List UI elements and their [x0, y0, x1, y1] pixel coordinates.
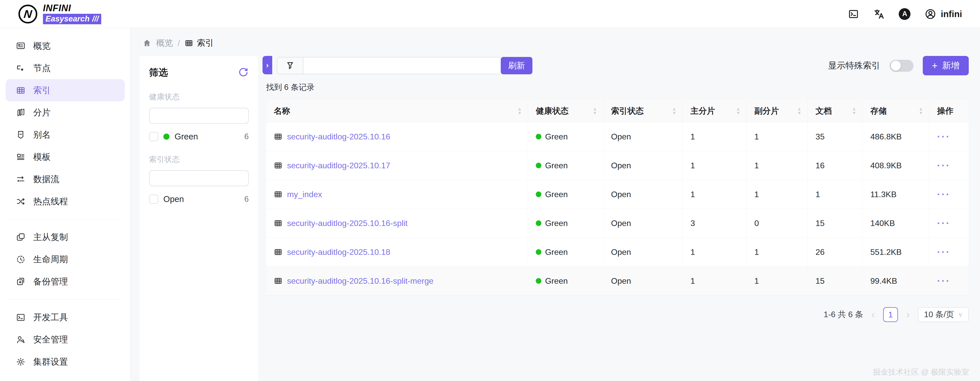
index-name-link[interactable]: security-auditlog-2025.10.18 [287, 248, 390, 257]
col-label: 索引状态 [611, 105, 644, 117]
replica-value: 1 [754, 276, 759, 286]
theme-toggle-icon[interactable]: A [899, 8, 910, 20]
col-replica-shards[interactable]: 副分片▲▼ [747, 100, 808, 122]
sidebar-item-hot-threads[interactable]: 热点线程 [6, 190, 125, 213]
health-dot [536, 278, 541, 284]
user-menu[interactable]: infini [924, 8, 962, 20]
devtools-terminal-icon [16, 313, 25, 322]
index-name-link[interactable]: my_index [287, 190, 322, 199]
sort-icons[interactable]: ▲▼ [919, 107, 923, 115]
sidebar-label: 生命周期 [33, 254, 68, 265]
health-dot [536, 221, 541, 226]
state-value: Open [611, 132, 631, 141]
page-number[interactable]: 1 [883, 307, 898, 322]
index-name-link[interactable]: security-auditlog-2025.10.16-split-merge [287, 276, 434, 286]
show-special-toggle[interactable] [889, 60, 913, 72]
home-icon[interactable] [142, 38, 151, 48]
sidebar-label: 索引 [33, 84, 51, 96]
sidebar-item-security[interactable]: 安全管理 [6, 329, 125, 351]
refresh-button[interactable]: 刷新 [501, 57, 533, 74]
sidebar-item-backup[interactable]: 备份管理 [6, 270, 125, 293]
chevron-down-icon: ∨ [958, 311, 963, 318]
plus-icon: + [932, 61, 937, 70]
terminal-icon[interactable] [848, 8, 859, 20]
sidebar: 概览 节点 索引 分片 [0, 28, 130, 381]
sort-icons[interactable]: ▲▼ [518, 107, 522, 115]
col-operations: 操作 [929, 100, 969, 122]
col-state[interactable]: 索引状态▲▼ [603, 100, 683, 122]
sidebar-item-alias[interactable]: 别名 [6, 124, 125, 146]
index-grid-icon [274, 276, 282, 285]
toggle-knob [891, 61, 901, 71]
health-value: Green [545, 248, 568, 257]
sort-icons[interactable]: ▲▼ [797, 107, 802, 115]
settings-gear-icon [16, 357, 25, 367]
sidebar-item-nodes[interactable]: 节点 [6, 57, 125, 79]
breadcrumb-root[interactable]: 概览 [156, 37, 173, 49]
next-page-icon[interactable]: › [905, 309, 911, 320]
prev-page-icon[interactable]: ‹ [870, 309, 876, 320]
sort-icons[interactable]: ▲▼ [593, 107, 597, 115]
filter-refresh-icon[interactable] [238, 67, 249, 78]
health-filter-input[interactable] [149, 108, 249, 124]
green-checkbox[interactable] [149, 132, 158, 141]
store-value: 99.4KB [870, 276, 897, 286]
language-icon[interactable] [873, 8, 885, 20]
sort-icons[interactable]: ▲▼ [852, 107, 856, 115]
col-name[interactable]: 名称▲▼ [266, 100, 528, 122]
store-value: 486.8KB [870, 132, 902, 141]
col-health[interactable]: 健康状态▲▼ [528, 100, 603, 122]
index-name-link[interactable]: security-auditlog-2025.10.16 [287, 132, 390, 141]
index-grid-icon [274, 161, 282, 170]
shards-icon [16, 108, 25, 117]
filter-funnel-icon[interactable] [277, 57, 303, 74]
state-filter-input[interactable] [149, 170, 249, 186]
sidebar-item-devtools[interactable]: 开发工具 [6, 306, 125, 329]
show-special-label: 显示特殊索引 [828, 60, 880, 71]
row-actions-ellipsis[interactable]: ··· [937, 189, 951, 200]
col-store[interactable]: 存储▲▼ [863, 100, 929, 122]
option-count: 6 [244, 195, 249, 204]
page-size-select[interactable]: 10 条/页 ∨ [918, 307, 969, 322]
index-name-link[interactable]: security-auditlog-2025.10.17 [287, 161, 390, 170]
table-row: security-auditlog-2025.10.17 Green Open … [266, 151, 969, 180]
docs-value: 15 [815, 219, 824, 228]
add-index-button[interactable]: + 新增 [923, 56, 969, 75]
col-docs[interactable]: 文档▲▼ [808, 100, 862, 122]
primary-value: 1 [690, 161, 695, 170]
security-user-key-icon [16, 335, 25, 344]
row-actions-ellipsis[interactable]: ··· [937, 247, 951, 257]
row-actions-ellipsis[interactable]: ··· [937, 160, 951, 171]
row-actions-ellipsis[interactable]: ··· [937, 276, 951, 286]
sidebar-item-overview[interactable]: 概览 [6, 35, 125, 57]
sidebar-label: 集群设置 [33, 356, 68, 368]
collapse-filter-handle[interactable]: › [262, 56, 272, 74]
index-grid-icon [274, 190, 282, 198]
open-checkbox[interactable] [149, 195, 158, 204]
store-value: 11.3KB [870, 190, 897, 199]
sidebar-item-shards[interactable]: 分片 [6, 102, 125, 124]
col-primary-shards[interactable]: 主分片▲▼ [683, 100, 747, 122]
sidebar-item-templates[interactable]: 模板 [6, 146, 125, 168]
brand-product: Easysearch /// [43, 14, 101, 24]
option-label[interactable]: Open [163, 194, 184, 204]
sidebar-item-indices[interactable]: 索引 [6, 79, 125, 102]
sidebar-item-datastream[interactable]: 数据流 [6, 168, 125, 190]
col-label: 主分片 [690, 105, 715, 117]
lifecycle-clock-icon [16, 255, 25, 264]
sidebar-item-replication[interactable]: 主从复制 [6, 226, 125, 248]
filter-option-open: Open 6 [149, 194, 249, 204]
health-dot [536, 192, 541, 197]
option-label[interactable]: Green [175, 132, 198, 141]
row-actions-ellipsis[interactable]: ··· [937, 131, 951, 142]
sort-icons[interactable]: ▲▼ [672, 107, 676, 115]
filter-section-health-label: 健康状态 [149, 92, 249, 102]
sidebar-item-cluster-settings[interactable]: 集群设置 [6, 351, 125, 373]
sidebar-item-lifecycle[interactable]: 生命周期 [6, 248, 125, 270]
search-input[interactable] [303, 57, 501, 74]
index-name-link[interactable]: security-auditlog-2025.10.16-split [287, 219, 407, 228]
sidebar-label: 备份管理 [33, 276, 68, 287]
row-actions-ellipsis[interactable]: ··· [937, 218, 951, 229]
sort-icons[interactable]: ▲▼ [736, 107, 740, 115]
breadcrumb-current: 索引 [185, 37, 214, 49]
